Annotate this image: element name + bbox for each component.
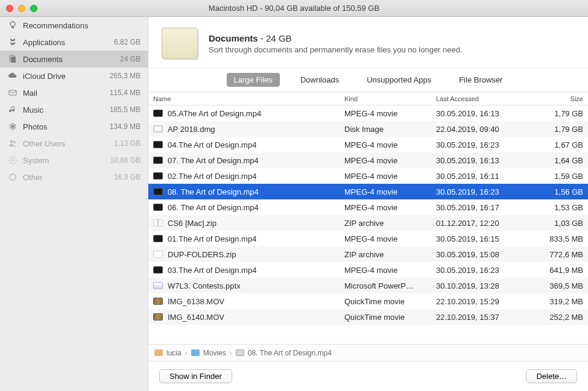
video-file-icon: [153, 141, 163, 148]
cell-kind: MPEG-4 movie: [340, 168, 431, 184]
cell-size: 1,79 GB: [530, 121, 588, 137]
sidebar-item-label: Documents: [23, 55, 120, 64]
cell-kind: Microsoft PowerP…: [340, 278, 431, 293]
close-window-icon[interactable]: [6, 5, 13, 12]
delete-button[interactable]: Delete…: [526, 369, 577, 383]
svg-point-13: [13, 141, 16, 143]
cell-kind: MPEG-4 movie: [340, 152, 431, 168]
table-row[interactable]: IMG_6138.MOVQuickTime movie22.10.2019, 1…: [148, 293, 588, 309]
table-row[interactable]: 04.The Art of Design.mp4MPEG-4 movie30.0…: [148, 137, 588, 152]
cell-size: 1,56 GB: [530, 184, 588, 199]
table-row[interactable]: 02.The Art of Design.mp4MPEG-4 movie30.0…: [148, 168, 588, 184]
video-file-icon: [153, 172, 163, 180]
sidebar-item-label: iCloud Drive: [23, 72, 110, 81]
cloud-icon: [7, 70, 18, 81]
sidebar-item-other[interactable]: Other16,9 GB: [0, 169, 148, 186]
mov-file-icon: [153, 298, 163, 305]
sidebar-item-icloud-drive[interactable]: iCloud Drive265,3 MB: [0, 67, 148, 84]
tab-downloads[interactable]: Downloads: [293, 73, 346, 87]
table-row[interactable]: 08. The Art of Design.mp4MPEG-4 movie30.…: [148, 184, 588, 199]
cell-name: W7L3. Contests.pptx: [148, 278, 340, 293]
tabs: Large FilesDownloadsUnsupported AppsFile…: [148, 68, 588, 92]
svg-point-10: [10, 127, 12, 129]
col-name[interactable]: Name: [148, 92, 340, 105]
col-size[interactable]: Size: [530, 92, 588, 105]
tab-large-files[interactable]: Large Files: [227, 73, 280, 87]
sidebar-item-size: 134,9 MB: [110, 122, 141, 131]
cell-size: 1,59 GB: [530, 168, 588, 184]
sidebar-item-label: Photos: [23, 122, 110, 131]
table-row[interactable]: 05.AThe Art of Design.mp4MPEG-4 movie30.…: [148, 105, 588, 121]
sidebar-item-music[interactable]: Music185,5 MB: [0, 101, 148, 118]
col-kind[interactable]: Kind: [340, 92, 431, 105]
svg-point-8: [14, 127, 16, 129]
sidebar-item-applications[interactable]: Applications6,82 GB: [0, 34, 148, 51]
sidebar-item-label: Other: [23, 173, 114, 182]
table-row[interactable]: CS6 [Mac].zipZIP archive01.12.2017, 12:2…: [148, 215, 588, 231]
video-file-icon: [153, 235, 163, 242]
cell-name: IMG_6140.MOV: [148, 309, 340, 325]
sidebar-item-documents[interactable]: Documents24 GB: [0, 51, 148, 67]
svg-point-0: [10, 22, 15, 27]
breadcrumb-part[interactable]: 08. The Art of Design.mp4: [248, 349, 332, 357]
gear-icon: [7, 155, 18, 166]
traffic-lights: [6, 5, 37, 12]
footer: Show in Finder Delete…: [148, 361, 588, 391]
svg-point-11: [10, 124, 12, 127]
chevron-right-icon: ›: [230, 349, 232, 357]
breadcrumb-part[interactable]: Movies: [203, 349, 226, 357]
cell-name: 05.AThe Art of Design.mp4: [148, 105, 340, 121]
sidebar-item-photos[interactable]: Photos134,9 MB: [0, 118, 148, 135]
table-row[interactable]: W7L3. Contests.pptxMicrosoft PowerP…30.1…: [148, 278, 588, 293]
sidebar-item-recommendations[interactable]: Recommendations: [0, 17, 148, 34]
table-row[interactable]: IMG_6140.MOVQuickTime movie22.10.2019, 1…: [148, 309, 588, 325]
zip-file-icon: [153, 219, 163, 227]
table-row[interactable]: AP 2018.dmgDisk Image22.04.2019, 09:401,…: [148, 121, 588, 137]
table-row[interactable]: DUP-FOLDERS.zipZIP archive30.05.2019, 15…: [148, 246, 588, 262]
cell-name: 01.The Art of Design.mp4: [148, 231, 340, 246]
table-row[interactable]: 07. The Art of Design.mp4MPEG-4 movie30.…: [148, 152, 588, 168]
cell-kind: Disk Image: [340, 121, 431, 137]
pptx-file-icon: [153, 282, 163, 289]
svg-point-15: [10, 174, 16, 180]
col-date[interactable]: Last Accessed: [431, 92, 530, 105]
sidebar-item-size: 16,9 GB: [114, 173, 141, 181]
cell-name: 04.The Art of Design.mp4: [148, 137, 340, 152]
zoom-window-icon[interactable]: [30, 5, 37, 12]
home-icon: [154, 349, 163, 356]
cell-size: 772,6 MB: [530, 246, 588, 262]
cell-kind: QuickTime movie: [340, 293, 431, 309]
photos-icon: [7, 121, 18, 132]
show-in-finder-button[interactable]: Show in Finder: [159, 369, 232, 383]
sidebar-item-label: Music: [23, 105, 110, 114]
cell-size: 1,79 GB: [530, 105, 588, 121]
sidebar-item-label: Recommendations: [23, 21, 141, 30]
cell-kind: QuickTime movie: [340, 309, 431, 325]
breadcrumb: lucia›Movies›08. The Art of Design.mp4: [148, 344, 588, 361]
table-row[interactable]: 06. The Art of Design.mp4MPEG-4 movie30.…: [148, 199, 588, 215]
cell-size: 1,67 GB: [530, 137, 588, 152]
sidebar-item-size: 6,82 GB: [114, 38, 141, 46]
svg-rect-1: [11, 27, 14, 28]
video-file-icon: [153, 188, 163, 195]
titlebar: Macintosh HD - 90,04 GB available of 150…: [0, 0, 588, 17]
cell-name: 03.The Art of Design.mp4: [148, 262, 340, 278]
sidebar-item-other-users[interactable]: Other Users1,13 GB: [0, 135, 148, 152]
sidebar-item-mail[interactable]: Mail115,4 MB: [0, 84, 148, 101]
cell-date: 30.05.2019, 15:08: [431, 246, 530, 262]
sidebar-item-system[interactable]: System10,86 GB: [0, 152, 148, 169]
cell-name: 06. The Art of Design.mp4: [148, 199, 340, 215]
sidebar: RecommendationsApplications6,82 GBDocume…: [0, 17, 148, 391]
tab-file-browser[interactable]: File Browser: [452, 73, 510, 87]
video-file-icon: [153, 266, 163, 274]
window-title: Macintosh HD - 90,04 GB available of 150…: [0, 4, 588, 13]
sidebar-item-size: 115,4 MB: [110, 89, 141, 97]
cell-size: 1,53 GB: [530, 199, 588, 215]
minimize-window-icon[interactable]: [18, 5, 25, 12]
table-row[interactable]: 01.The Art of Design.mp4MPEG-4 movie30.0…: [148, 231, 588, 246]
tab-unsupported-apps[interactable]: Unsupported Apps: [359, 73, 438, 87]
table-row[interactable]: 03.The Art of Design.mp4MPEG-4 movie30.0…: [148, 262, 588, 278]
breadcrumb-part[interactable]: lucia: [166, 349, 182, 357]
cell-kind: ZIP archive: [340, 246, 431, 262]
svg-point-9: [11, 128, 14, 130]
